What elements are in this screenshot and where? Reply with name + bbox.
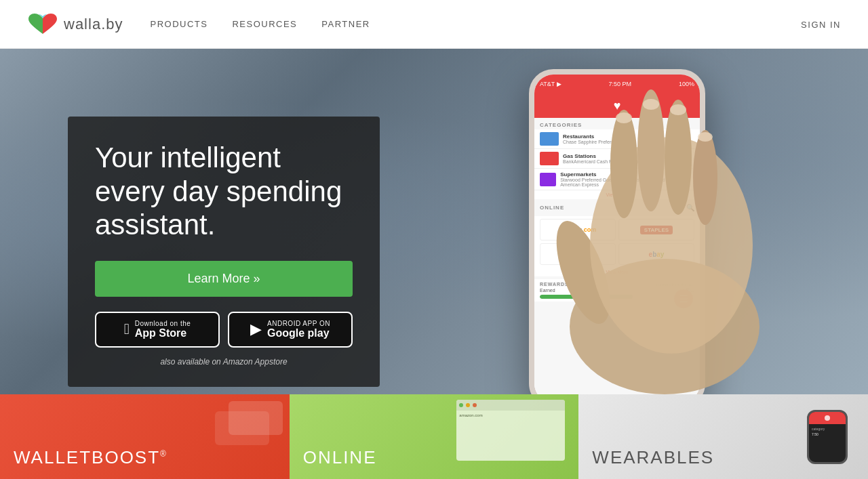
svg-point-6 bbox=[693, 130, 717, 225]
wearables-label-text: WEARABLES bbox=[592, 447, 714, 468]
browser-deco: amazon.com bbox=[456, 400, 565, 461]
nav-resources[interactable]: RESOURCES bbox=[232, 19, 297, 29]
apple-icon:  bbox=[124, 322, 130, 337]
svg-point-7 bbox=[616, 112, 632, 123]
online-label-text: ONLINE bbox=[303, 447, 377, 468]
app-store-text: Download on the App Store bbox=[135, 320, 191, 339]
svg-point-9 bbox=[670, 104, 686, 115]
logo-text: walla.by bbox=[64, 16, 123, 33]
google-play-button[interactable]: ▶ ANDROID APP ON Google play bbox=[228, 312, 353, 348]
app-buttons:  Download on the App Store ▶ ANDROID AP… bbox=[95, 312, 353, 348]
hero-section: Your intelligent every day spending assi… bbox=[0, 49, 868, 394]
svg-point-8 bbox=[643, 99, 659, 110]
nav-links: PRODUCTS RESOURCES PARTNER bbox=[150, 19, 370, 29]
hero-card: Your intelligent every day spending assi… bbox=[68, 117, 380, 387]
nav-right: SIGN IN bbox=[801, 18, 841, 30]
app-store-main: App Store bbox=[135, 327, 191, 339]
svg-point-5 bbox=[665, 100, 692, 215]
logo[interactable]: walla.by bbox=[27, 12, 123, 37]
learn-more-button[interactable]: Learn More » bbox=[95, 261, 353, 297]
nav-products[interactable]: PRODUCTS bbox=[150, 19, 208, 29]
google-play-text: ANDROID APP ON Google play bbox=[267, 320, 330, 339]
wearables-card[interactable]: category 7:50 WEARABLES bbox=[578, 394, 868, 479]
online-card[interactable]: amazon.com ONLINE bbox=[290, 394, 579, 479]
bottom-cards: WALLETBOOST® amazon.com ONLINE bbox=[0, 394, 868, 479]
logo-icon bbox=[27, 12, 58, 37]
google-play-main: Google play bbox=[267, 327, 330, 339]
walletboost-card[interactable]: WALLETBOOST® bbox=[0, 394, 290, 479]
sign-in-link[interactable]: SIGN IN bbox=[801, 20, 841, 30]
google-play-sub: ANDROID APP ON bbox=[267, 320, 330, 327]
svg-point-3 bbox=[610, 110, 637, 218]
nav-left: walla.by PRODUCTS RESOURCES PARTNER bbox=[27, 12, 370, 37]
walletboost-label: WALLETBOOST® bbox=[14, 447, 167, 468]
amazon-appstore-text: also available on Amazon Appstore bbox=[95, 357, 353, 367]
hero-headline: Your intelligent every day spending assi… bbox=[95, 141, 353, 242]
nav-partner[interactable]: PARTNER bbox=[321, 19, 370, 29]
svg-point-10 bbox=[698, 132, 713, 142]
app-store-button[interactable]:  Download on the App Store bbox=[95, 312, 220, 348]
hand-area bbox=[461, 69, 800, 394]
google-play-icon: ▶ bbox=[250, 322, 262, 337]
watch-deco: category 7:50 bbox=[807, 410, 848, 464]
hand-svg bbox=[461, 69, 800, 394]
navbar: walla.by PRODUCTS RESOURCES PARTNER SIGN… bbox=[0, 0, 868, 49]
app-store-sub: Download on the bbox=[135, 320, 191, 327]
deco-card2 bbox=[215, 411, 269, 445]
